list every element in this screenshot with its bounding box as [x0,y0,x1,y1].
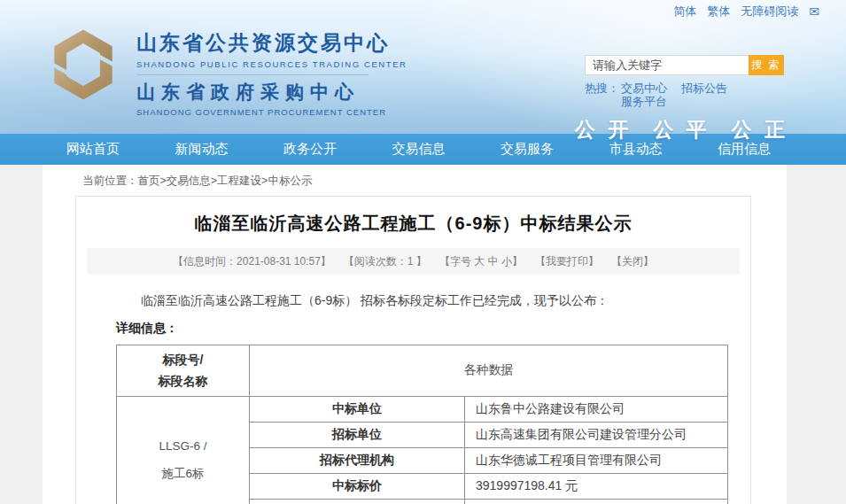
article-box: 临淄至临沂高速公路工程施工（6-9标）中标结果公示 【信息时间：2021-08-… [75,196,751,504]
article-body-text: 临淄至临沂高速公路工程施工（6-9标） 招标各标段定标工作已经完成，现予以公布： [116,291,710,312]
row-label-win-reason: 中标原因 [250,499,465,504]
search-input[interactable] [585,55,749,75]
article-meta: 【信息时间：2021-08-31 10:57】 【阅读次数：1 】 【字号 大 … [87,248,740,275]
row-value-bid-price: 3919997198.41 元 [465,473,728,499]
search-button[interactable]: 搜 索 [749,55,784,75]
org1-name-cn: 山东省公共资源交易中心 [136,29,407,57]
brand-divider [136,74,369,75]
site-header: 简体 繁体 无障碍阅读 ✉ 山东省公共资源交易中心 SHANDONG PUBLI… [0,0,846,134]
org2-name-en: SHANDONG GOVERNMENT PROCUREMENT CENTER [136,107,407,117]
hot-search: 热搜： 交易中心 招标公告 服务平台 [585,81,788,108]
page-title: 临淄至临沂高速公路工程施工（6-9标）中标结果公示 [76,197,750,236]
slogan-open: 公 开 [575,116,632,143]
bid-result-table: 标段号/ 标段名称 各种数据 LLSG-6 / 施工6标 中标单位 山东鲁中公路… [116,345,728,504]
row-label-tenderer: 招标单位 [250,422,465,447]
nav-item-gov-affairs[interactable]: 政务公开 [283,141,337,158]
nav-item-trading-info[interactable]: 交易信息 [392,141,446,158]
org1-name-en: SHANDONG PUBLIC RESOURCES TRADING CENTER [136,59,407,69]
breadcrumb-label: 当前位置： [82,174,138,187]
meta-close-button[interactable]: 【关闭】 [611,254,654,269]
top-utility-links: 简体 繁体 无障碍阅读 ✉ [673,4,819,19]
mail-icon[interactable]: ✉ [809,4,819,19]
table-header-section-col: 标段号/ 标段名称 [117,345,250,396]
hot-link-bid-announcement[interactable]: 招标公告 [681,81,727,95]
slogan: 公 开 公 平 公 正 [585,116,788,143]
hot-link-service-platform[interactable]: 服务平台 [621,95,667,108]
nav-item-news[interactable]: 新闻动态 [175,141,229,158]
row-label-agency: 招标代理机构 [250,447,465,473]
breadcrumb: 当前位置：首页>交易信息>工程建设>中标公示 [43,165,787,196]
hot-search-label: 热搜： [585,81,619,108]
site-brand: 山东省公共资源交易中心 SHANDONG PUBLIC RESOURCES TR… [136,27,407,117]
row-value-agency: 山东华德诚工程项目管理有限公司 [465,447,728,473]
org2-name-cn: 山东省政府采购中心 [136,80,407,105]
simplified-chinese-link[interactable]: 简体 [673,4,696,19]
content-column: 当前位置：首页>交易信息>工程建设>中标公示 临淄至临沂高速公路工程施工（6-9… [43,165,787,504]
table-header-data-col: 各种数据 [250,345,728,396]
meta-print-button[interactable]: 【我要打印】 [535,254,599,269]
site-logo[interactable] [43,27,124,103]
search-area: 搜 索 热搜： 交易中心 招标公告 服务平台 公 开 公 平 公 正 [585,55,788,143]
row-value-tenderer: 山东高速集团有限公司建设管理分公司 [465,422,728,447]
meta-font-size[interactable]: 【字号 大 中 小】 [439,254,523,269]
row-label-bid-price: 中标标价 [250,473,465,499]
traditional-chinese-link[interactable]: 繁体 [707,4,730,19]
accessibility-link[interactable]: 无障碍阅读 [741,4,798,19]
section-id-cell: LLSG-6 / 施工6标 [117,396,250,504]
slogan-just: 公 正 [732,116,788,143]
row-value-win-reason: 该单位为第一中标候选人 [465,499,728,504]
slogan-fair: 公 平 [653,116,710,143]
nav-item-home[interactable]: 网站首页 [66,141,120,158]
breadcrumb-path[interactable]: 首页>交易信息>工程建设>中标公示 [138,174,313,187]
meta-read-count: 【阅读次数：1 】 [344,254,427,269]
hot-link-trading-center[interactable]: 交易中心 [621,81,667,95]
nav-item-trading-service[interactable]: 交易服务 [501,141,554,158]
row-label-winning-bidder: 中标单位 [250,396,465,422]
row-value-winning-bidder: 山东鲁中公路建设有限公司 [465,396,728,422]
meta-info-time: 【信息时间：2021-08-31 10:57】 [173,254,331,269]
detail-info-label: 详细信息： [116,321,710,337]
